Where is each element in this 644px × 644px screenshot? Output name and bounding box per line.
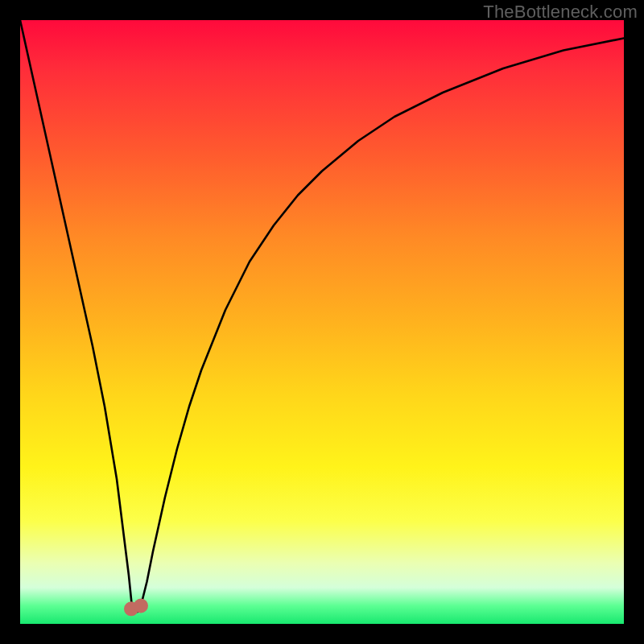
bottleneck-chart — [20, 20, 624, 624]
bottleneck-curve — [20, 20, 624, 612]
watermark-text: TheBottleneck.com — [483, 2, 638, 23]
minimum-marker-right — [134, 599, 148, 613]
plot-area — [20, 20, 624, 624]
